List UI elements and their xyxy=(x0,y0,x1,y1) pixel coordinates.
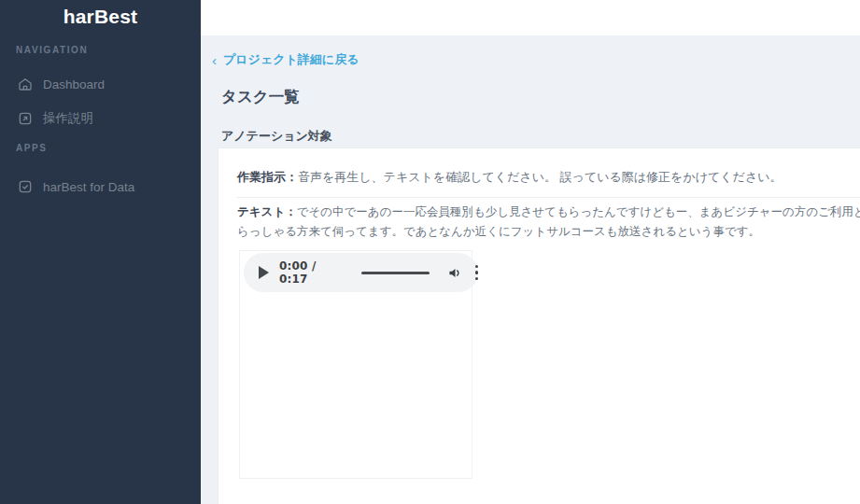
sidebar: harBest NAVIGATION Dashboard 操作説明 APPS xyxy=(0,0,201,504)
work-instruction-text: 音声を再生し、テキストを確認してください。 誤っている際は修正をかけてください。 xyxy=(298,170,782,184)
app-window: harBest NAVIGATION Dashboard 操作説明 APPS xyxy=(0,0,860,504)
home-icon xyxy=(18,77,33,91)
volume-icon[interactable] xyxy=(447,265,463,281)
divider xyxy=(237,197,860,198)
audio-seek-bar[interactable] xyxy=(361,272,430,274)
back-to-project-link[interactable]: ‹ プロジェクト詳細に戻る xyxy=(212,51,359,68)
audio-time-display: 0:00 / 0:17 xyxy=(279,259,349,286)
transcript-line-2: らっしゃる方来て伺ってます。であとなんか近くにフットサルコースも放送されるという… xyxy=(237,224,860,240)
work-instruction-label: 作業指示： xyxy=(237,170,298,184)
launch-icon xyxy=(18,111,33,126)
sidebar-item-harbest-for-data[interactable]: harBest for Data xyxy=(0,174,201,200)
page-title: タスク一覧 xyxy=(221,87,300,107)
transcript-text-1: でその中でーあのー一応会員種別も少し見させてもらったんですけどもー、まあビジチャ… xyxy=(297,205,860,218)
sidebar-item-label: 操作説明 xyxy=(43,110,93,127)
sidebar-item-label: harBest for Data xyxy=(43,180,134,194)
transcript-label: テキスト： xyxy=(237,205,297,218)
annotation-card: 作業指示：音声を再生し、テキストを確認してください。 誤っている際は修正をかけて… xyxy=(218,147,860,504)
transcript-line-1: テキスト：でその中でーあのー一応会員種別も少し見させてもらったんですけどもー、ま… xyxy=(237,204,860,220)
top-bar xyxy=(201,0,860,35)
audio-media-box: 0:00 / 0:17 xyxy=(239,250,472,479)
sidebar-item-label: Dashboard xyxy=(43,77,105,91)
card-section-title: アノテーション対象 xyxy=(221,128,332,145)
sidebar-item-dashboard[interactable]: Dashboard xyxy=(0,71,201,97)
sidebar-item-manual[interactable]: 操作説明 xyxy=(0,105,201,132)
play-icon[interactable] xyxy=(259,266,269,279)
chevron-left-icon: ‹ xyxy=(212,53,217,67)
audio-player[interactable]: 0:00 / 0:17 xyxy=(244,253,478,292)
work-instruction: 作業指示：音声を再生し、テキストを確認してください。 誤っている際は修正をかけて… xyxy=(237,169,782,186)
checked-box-icon xyxy=(18,179,33,194)
nav-section-apps: APPS xyxy=(16,143,48,153)
breadcrumb-label: プロジェクト詳細に戻る xyxy=(223,51,359,68)
nav-section-navigation: NAVIGATION xyxy=(16,45,88,55)
brand-logo: harBest xyxy=(0,6,201,28)
kebab-menu-icon[interactable] xyxy=(475,263,479,282)
